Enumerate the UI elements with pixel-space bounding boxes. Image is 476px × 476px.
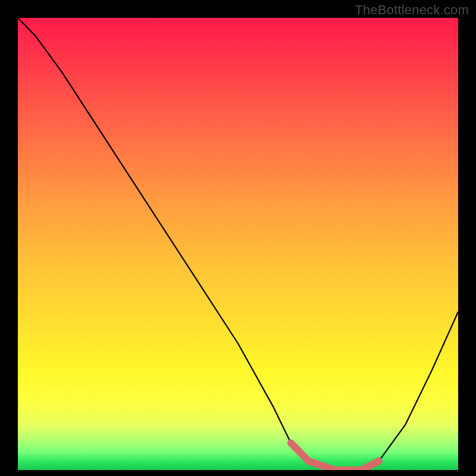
highlight-segment: [18, 18, 458, 470]
watermark-text: TheBottleneck.com: [355, 2, 469, 18]
plot-area: [18, 18, 458, 470]
